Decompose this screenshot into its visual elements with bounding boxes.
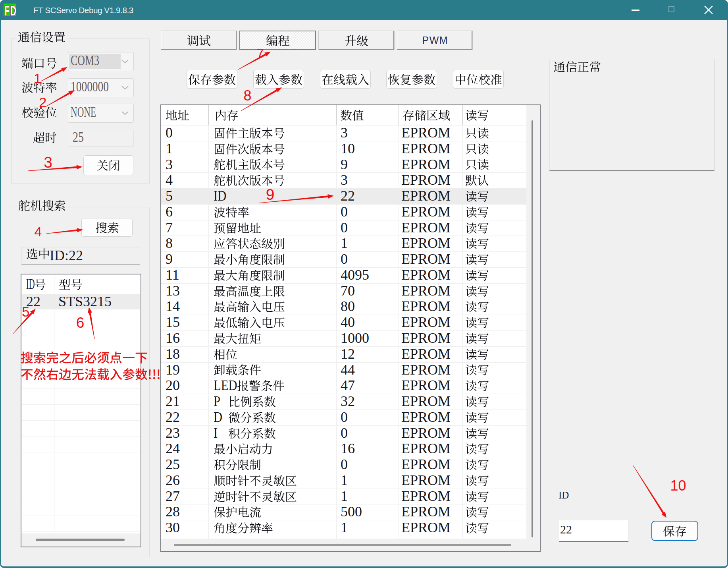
svg-text:D: D (10, 3, 17, 17)
svg-text:F: F (4, 3, 10, 17)
